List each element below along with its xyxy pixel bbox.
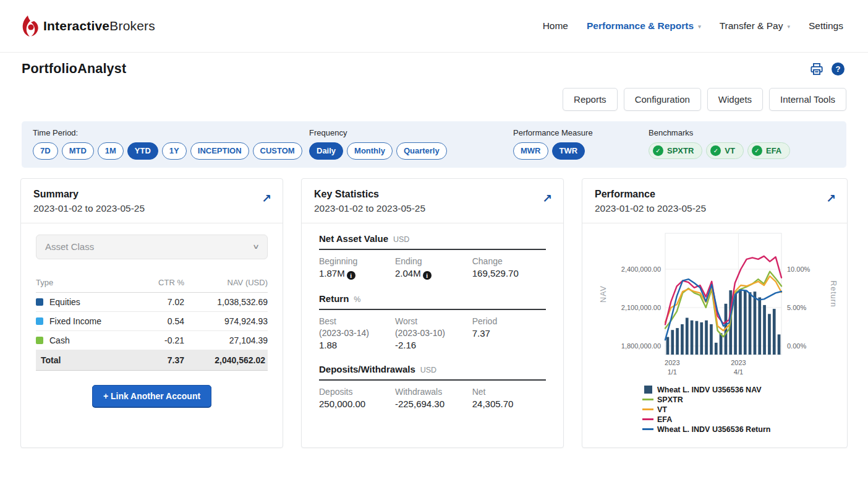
- tab-widgets[interactable]: Widgets: [707, 88, 763, 111]
- return-section: Return% Best (2023-03-14) 1.88 Worst (20…: [319, 293, 546, 350]
- summary-card-header: Summary 2023-01-02 to 2023-05-25 ↗: [21, 179, 283, 223]
- col-type: Type: [36, 275, 125, 293]
- ib-logo[interactable]: InteractiveBrokers: [22, 15, 155, 37]
- svg-text:10.00%: 10.00%: [787, 265, 811, 273]
- frequency-pill-monthly[interactable]: Monthly: [347, 142, 393, 160]
- key-statistics-header: Key Statistics 2023-01-02 to 2023-05-25 …: [302, 179, 563, 223]
- tab-internal-tools[interactable]: Internal Tools: [769, 88, 846, 111]
- section-unit: %: [354, 295, 360, 304]
- nav-item-performance-reports[interactable]: Performance & Reports ▾: [587, 20, 701, 32]
- benchmarks-group: Benchmarks ✓ SPXTR ✓ VT ✓ EFA: [649, 128, 790, 159]
- legend-item-efa: EFA: [644, 415, 845, 424]
- performance-chart: 2,400,000.0010.00%2,100,000.005.00%1,800…: [585, 225, 845, 378]
- time-period-pill-ytd[interactable]: YTD: [127, 142, 158, 160]
- beginning-label: Beginning: [319, 256, 395, 266]
- svg-text:1/1: 1/1: [668, 368, 677, 376]
- check-circle-icon: ✓: [752, 145, 762, 156]
- asset-swatch: [36, 317, 43, 325]
- time-period-pill-mtd[interactable]: MTD: [62, 142, 94, 160]
- benchmarks-label: Benchmarks: [649, 128, 790, 137]
- legend-item-nav: Wheat L. INDV U356536 NAV: [644, 386, 845, 394]
- svg-text:4/1: 4/1: [734, 368, 743, 376]
- frequency-label: Frequency: [309, 128, 513, 137]
- net-value: 24,305.70: [472, 399, 546, 409]
- legend-square-marker: [644, 386, 652, 394]
- frequency-pill-quarterly[interactable]: Quarterly: [396, 142, 447, 160]
- period-value: 7.37: [472, 328, 546, 339]
- legend-line-marker: [642, 408, 653, 410]
- info-icon[interactable]: i: [347, 271, 355, 280]
- performance-card-header: Performance 2023-01-02 to 2023-05-25 ↗: [582, 179, 847, 223]
- time-period-pill-1m[interactable]: 1M: [98, 142, 124, 160]
- time-period-group: Time Period: 7D MTD 1M YTD 1Y INCEPTION …: [33, 128, 309, 160]
- performance-card: Performance 2023-01-02 to 2023-05-25 ↗ 2…: [582, 178, 848, 448]
- net-label: Net: [472, 387, 546, 397]
- nav-item-settings[interactable]: Settings: [809, 20, 843, 32]
- key-statistics-card: Key Statistics 2023-01-02 to 2023-05-25 …: [301, 178, 564, 448]
- time-period-pill-7d[interactable]: 7D: [33, 142, 58, 160]
- best-date: (2023-03-14): [319, 328, 395, 338]
- check-circle-icon: ✓: [710, 145, 721, 156]
- table-row-cash: Cash -0.21 27,104.39: [36, 330, 268, 350]
- svg-text:NAV: NAV: [599, 285, 608, 303]
- info-icon[interactable]: i: [423, 271, 432, 280]
- top-nav: InteractiveBrokers Home Performance & Re…: [0, 0, 868, 53]
- legend-item-return: Wheat L. INDV U356536 Return: [644, 425, 845, 434]
- time-period-pill-1y[interactable]: 1Y: [162, 142, 187, 160]
- time-period-pill-inception[interactable]: INCEPTION: [190, 142, 249, 160]
- summary-date-range: 2023-01-02 to 2023-05-25: [33, 202, 270, 215]
- asset-swatch: [36, 337, 43, 344]
- help-icon[interactable]: ?: [832, 63, 845, 76]
- measure-pill-twr[interactable]: TWR: [552, 142, 585, 160]
- title-row: PortfolioAnalyst ?: [0, 53, 868, 77]
- legend-line-marker: [642, 428, 653, 430]
- logo-text: InteractiveBrokers: [43, 19, 155, 33]
- link-another-account-button[interactable]: + Link Another Account: [92, 385, 211, 407]
- ending-label: Ending: [395, 256, 472, 266]
- page-title: PortfolioAnalyst: [22, 61, 126, 77]
- nav-item-transfer-pay[interactable]: Transfer & Pay ▾: [720, 20, 790, 32]
- chevron-down-icon: ∨: [252, 243, 260, 251]
- worst-date: (2023-03-10): [395, 328, 472, 338]
- expand-icon[interactable]: ↗: [542, 192, 552, 204]
- benchmark-pill-spxtr[interactable]: ✓ SPXTR: [649, 142, 702, 159]
- main-nav: Home Performance & Reports ▾ Transfer & …: [543, 20, 843, 32]
- svg-text:2023: 2023: [665, 359, 679, 366]
- tab-reports[interactable]: Reports: [563, 88, 618, 111]
- frequency-pill-daily[interactable]: Daily: [309, 142, 343, 160]
- change-label: Change: [472, 256, 546, 266]
- expand-icon[interactable]: ↗: [262, 192, 271, 204]
- col-nav: NAV (USD): [184, 275, 268, 293]
- change-value: 169,529.70: [472, 268, 546, 278]
- performance-measure-label: Performance Measure: [513, 128, 649, 137]
- chevron-down-icon: ▾: [698, 24, 701, 30]
- best-value: 1.88: [319, 340, 395, 350]
- legend-item-vt: VT: [644, 405, 845, 414]
- check-circle-icon: ✓: [653, 145, 663, 156]
- print-icon[interactable]: [810, 63, 823, 76]
- period-label: Period: [472, 316, 546, 326]
- portfolioanalyst-page: InteractiveBrokers Home Performance & Re…: [0, 0, 868, 479]
- expand-icon[interactable]: ↗: [826, 192, 836, 204]
- benchmark-pill-vt[interactable]: ✓ VT: [706, 142, 744, 159]
- section-title: Deposits/Withdrawals: [319, 364, 415, 374]
- table-row-equities: Equities 7.02 1,038,532.69: [36, 292, 268, 311]
- ib-flame-icon: [22, 15, 38, 37]
- table-row-total: Total 7.37 2,040,562.02: [36, 350, 268, 370]
- benchmark-pill-efa[interactable]: ✓ EFA: [747, 142, 790, 159]
- time-period-pill-custom[interactable]: CUSTOM: [253, 142, 302, 160]
- section-unit: USD: [420, 366, 436, 374]
- table-header-row: Type CTR % NAV (USD): [36, 275, 268, 293]
- ending-value: 2.04Mi: [395, 268, 472, 280]
- worst-label: Worst: [395, 316, 472, 326]
- key-statistics-date-range: 2023-01-02 to 2023-05-25: [314, 202, 551, 215]
- measure-pill-mwr[interactable]: MWR: [513, 142, 548, 160]
- tab-configuration[interactable]: Configuration: [624, 88, 701, 111]
- time-period-label: Time Period:: [33, 128, 309, 137]
- asset-swatch: [36, 298, 43, 306]
- svg-text:2,100,000.00: 2,100,000.00: [621, 304, 661, 311]
- table-row-fixed-income: Fixed Income 0.54 974,924.93: [36, 311, 268, 330]
- chevron-down-icon: ▾: [787, 24, 790, 30]
- asset-class-select[interactable]: Asset Class ∨: [36, 235, 268, 259]
- nav-item-home[interactable]: Home: [543, 20, 568, 32]
